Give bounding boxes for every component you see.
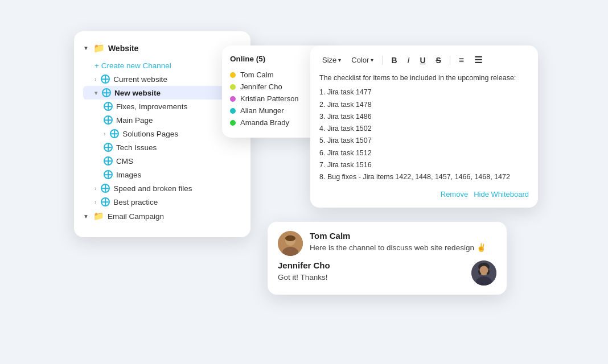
globe-icon [104, 115, 113, 125]
editor-item-8: 8. Bug fixes - Jira items 1422, 1448, 14… [319, 171, 529, 183]
sidebar-root-label: Website [108, 44, 138, 53]
sidebar-item-label: Images [116, 171, 141, 179]
numbered-list-icon[interactable]: ☰ [471, 53, 485, 67]
content-intro: The checklist for items to be included i… [319, 72, 529, 84]
avatar-jennifer [471, 260, 496, 286]
sidebar-item-solutions-pages[interactable]: › Solutions Pages [83, 127, 245, 140]
chevron-right-icon: › [95, 199, 96, 205]
sidebar-item-label: Current website [113, 75, 167, 84]
strikethrough-button[interactable]: S [433, 55, 444, 66]
sidebar-item-label: Solutions Pages [122, 130, 178, 138]
online-user-name: Alian Munger [240, 106, 284, 115]
editor-content[interactable]: The checklist for items to be included i… [319, 72, 529, 183]
editor-actions: Remove Hide Whiteboard [319, 190, 529, 198]
color-dropdown[interactable]: Color ▾ [348, 55, 376, 65]
create-channel-label: + Create new Channel [95, 61, 171, 70]
msg-body-jennifer: Jennifer Cho Got it! Thanks! [278, 260, 465, 283]
bold-button[interactable]: B [388, 55, 400, 66]
sidebar-item-label: Tech Issues [116, 143, 157, 152]
sidebar-item-email-campaign[interactable]: ▼ 📁 Email Campaign [83, 209, 245, 224]
remove-button[interactable]: Remove [441, 190, 468, 198]
globe-icon [101, 184, 110, 193]
sidebar-item-label: Speed and broken files [113, 184, 192, 193]
editor-item-2: 2. Jira task 1478 [319, 99, 529, 111]
globe-icon [104, 156, 113, 166]
editor-item-4: 4. Jira task 1502 [319, 123, 529, 135]
hide-whiteboard-button[interactable]: Hide Whiteboard [474, 190, 529, 198]
status-dot-kristian [230, 96, 236, 102]
globe-icon [110, 129, 119, 138]
underline-button[interactable]: U [417, 55, 428, 66]
sidebar-item-images[interactable]: Images [83, 168, 245, 181]
sidebar-item-main-page[interactable]: Main Page [83, 113, 245, 127]
size-label: Size [322, 56, 336, 64]
editor-item-5: 5. Jira task 1507 [319, 135, 529, 147]
globe-icon [102, 88, 111, 97]
status-dot-tom [230, 72, 236, 78]
sidebar-item-cms[interactable]: CMS [83, 154, 245, 168]
chat-message-jennifer: Jennifer Cho Got it! Thanks! [278, 260, 496, 286]
chat-panel: Tom Calm Here is the channel to discuss … [268, 222, 507, 295]
sidebar-item-current-website[interactable]: › Current website [83, 72, 245, 86]
bullet-list-icon[interactable]: ≡ [456, 54, 467, 67]
globe-icon [101, 197, 110, 206]
online-user-amanda: Amanda Brady [230, 117, 322, 129]
toolbar-separator [382, 56, 383, 65]
editor-panel: Size ▾ Color ▾ B I U S ≡ ☰ The checklist… [310, 46, 538, 208]
size-chevron-icon: ▾ [338, 57, 341, 63]
chevron-right-icon: › [95, 185, 96, 192]
color-chevron-icon: ▾ [371, 57, 373, 63]
globe-icon [104, 170, 113, 179]
avatar-tom [278, 231, 303, 256]
status-dot-alian [230, 108, 236, 114]
sidebar-item-speed[interactable]: › Speed and broken files [83, 181, 245, 195]
folder-icon: 📁 [93, 211, 104, 221]
editor-item-6: 6. Jira task 1512 [319, 147, 529, 159]
online-user-name: Jennifer Cho [240, 82, 282, 91]
chevron-down-icon: ▾ [95, 90, 97, 96]
sidebar-item-best-practice[interactable]: › Best practice [83, 195, 245, 209]
create-channel-button[interactable]: + Create new Channel [83, 59, 245, 72]
sidebar-item-label: Email Campaign [108, 212, 164, 221]
status-dot-jennifer [230, 84, 236, 90]
chevron-right-icon: › [95, 76, 96, 82]
svg-point-5 [286, 236, 295, 241]
collapse-arrow-icon: ▼ [83, 213, 89, 220]
sidebar-item-label: CMS [116, 157, 133, 166]
msg-sender-tom: Tom Calm [310, 231, 496, 241]
folder-icon: 📁 [93, 43, 105, 53]
sidebar-item-new-website[interactable]: ▾ New website [83, 86, 245, 100]
msg-body-tom: Tom Calm Here is the channel to discuss … [310, 231, 496, 254]
msg-text-tom: Here is the channel to discuss web site … [310, 242, 496, 254]
online-user-jennifer: Jennifer Cho [230, 81, 322, 93]
msg-text-jennifer: Got it! Thanks! [278, 272, 465, 283]
online-user-tom: Tom Calm [230, 69, 322, 81]
sidebar-item-fixes[interactable]: Fixes, Improvements [83, 100, 245, 113]
editor-item-3: 3. Jira task 1486 [319, 111, 529, 123]
toolbar-separator-2 [450, 56, 450, 65]
online-title: Online (5) [230, 55, 322, 63]
sidebar-item-label: Fixes, Improvements [116, 102, 187, 111]
svg-point-12 [480, 266, 488, 275]
sidebar-item-label: Main Page [116, 116, 153, 125]
online-user-kristian: Kristian Patterson [230, 93, 322, 105]
chat-message-tom: Tom Calm Here is the channel to discuss … [278, 231, 496, 256]
globe-icon [104, 102, 113, 111]
sidebar-item-tech-issues[interactable]: Tech Issues [83, 140, 245, 154]
sidebar-item-label: New website [114, 89, 161, 97]
sidebar-item-label: Best practice [113, 198, 158, 206]
editor-item-7: 7. Jira task 1516 [319, 159, 529, 171]
color-label: Color [351, 56, 369, 64]
editor-item-1: 1. Jira task 1477 [319, 86, 529, 98]
online-user-name: Kristian Patterson [240, 94, 299, 103]
editor-toolbar: Size ▾ Color ▾ B I U S ≡ ☰ [319, 53, 529, 67]
chevron-right-icon: › [104, 131, 105, 137]
globe-icon [104, 143, 113, 152]
italic-button[interactable]: I [405, 55, 413, 66]
size-dropdown[interactable]: Size ▾ [319, 55, 344, 65]
online-user-name: Amanda Brady [240, 118, 289, 127]
sidebar-root-item[interactable]: ▼ 📁 Website [83, 43, 245, 53]
online-user-name: Tom Calm [240, 71, 274, 79]
msg-sender-jennifer: Jennifer Cho [278, 260, 465, 270]
online-user-alian: Alian Munger [230, 105, 322, 117]
